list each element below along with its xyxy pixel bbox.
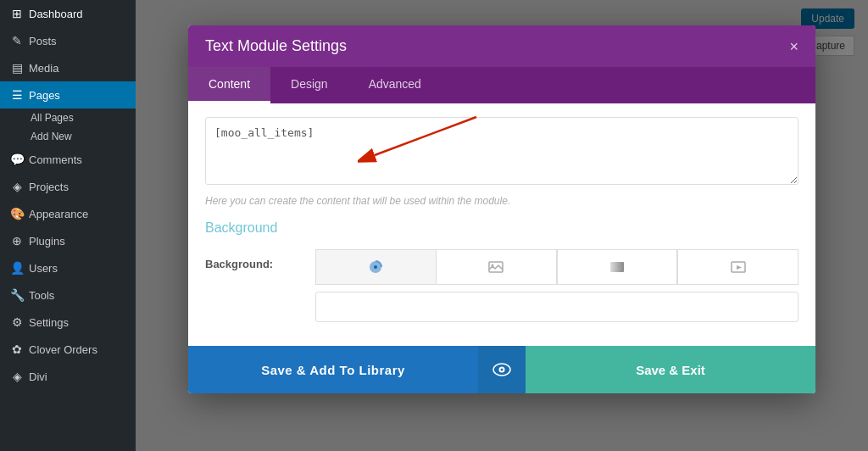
sidebar-item-divi[interactable]: ◈ Divi bbox=[0, 363, 136, 390]
comments-icon: 💬 bbox=[10, 153, 24, 166]
save-add-to-library-button[interactable]: Save & Add To Library bbox=[188, 346, 478, 393]
pages-icon: ☰ bbox=[10, 88, 24, 102]
tab-advanced[interactable]: Advanced bbox=[348, 67, 442, 103]
background-section-title: Background bbox=[205, 220, 798, 236]
sidebar-item-label: Comments bbox=[29, 153, 82, 166]
settings-icon: ⚙ bbox=[10, 315, 24, 329]
sidebar-item-users[interactable]: 👤 Users bbox=[0, 254, 136, 281]
video-icon bbox=[730, 259, 747, 276]
content-textarea-container: [moo_all_items] bbox=[205, 117, 798, 188]
sidebar-item-dashboard[interactable]: ⊞ Dashboard bbox=[0, 0, 136, 27]
sidebar-item-media[interactable]: ▤ Media bbox=[0, 54, 136, 81]
sidebar-item-label: Dashboard bbox=[29, 8, 83, 20]
clover-icon: ✿ bbox=[10, 342, 24, 356]
background-form-row: Background: bbox=[205, 249, 798, 322]
bg-type-color-button[interactable] bbox=[315, 249, 436, 285]
bg-type-image-button[interactable] bbox=[436, 249, 557, 285]
sidebar-item-projects[interactable]: ◈ Projects bbox=[0, 173, 136, 200]
sidebar-item-label: Tools bbox=[29, 289, 54, 302]
background-label: Background: bbox=[205, 249, 315, 270]
appearance-icon: 🎨 bbox=[10, 207, 24, 220]
media-icon: ▤ bbox=[10, 61, 24, 75]
sidebar-item-label: Settings bbox=[29, 316, 69, 329]
sidebar-item-label: Plugins bbox=[29, 235, 65, 248]
sidebar-item-tools[interactable]: 🔧 Tools bbox=[0, 281, 136, 309]
bg-type-video-button[interactable] bbox=[677, 249, 798, 285]
sidebar-item-clover-orders[interactable]: ✿ Clover Orders bbox=[0, 336, 136, 363]
background-type-buttons bbox=[315, 249, 798, 285]
projects-icon: ◈ bbox=[10, 180, 24, 193]
dashboard-icon: ⊞ bbox=[10, 7, 24, 20]
modal-tabs: Content Design Advanced bbox=[188, 67, 815, 103]
modal-overlay: Text Module Settings × Content Design Ad… bbox=[136, 0, 868, 451]
text-module-settings-modal: Text Module Settings × Content Design Ad… bbox=[188, 25, 815, 393]
eye-icon bbox=[492, 363, 511, 376]
svg-marker-8 bbox=[737, 265, 742, 270]
background-color-input[interactable] bbox=[315, 292, 798, 322]
modal-close-button[interactable]: × bbox=[789, 39, 798, 54]
modal-footer: Save & Add To Library Save & Exit bbox=[188, 346, 815, 393]
svg-point-11 bbox=[501, 369, 504, 371]
sidebar-item-label: Pages bbox=[29, 89, 60, 102]
sidebar-item-label: Media bbox=[29, 62, 58, 75]
content-help-text: Here you can create the content that wil… bbox=[205, 195, 798, 207]
sidebar-item-label: Appearance bbox=[29, 208, 88, 220]
bg-type-gradient-button[interactable] bbox=[557, 249, 678, 285]
sidebar-item-posts[interactable]: ✎ Posts bbox=[0, 27, 136, 54]
modal-title: Text Module Settings bbox=[205, 37, 347, 55]
sidebar-all-pages[interactable]: All Pages bbox=[24, 109, 136, 127]
sidebar-item-pages[interactable]: ☰ Pages bbox=[0, 81, 136, 109]
sidebar-item-label: Posts bbox=[29, 35, 57, 47]
sidebar-item-settings[interactable]: ⚙ Settings bbox=[0, 309, 136, 336]
color-swatch-icon bbox=[367, 259, 384, 276]
sidebar-item-label: Divi bbox=[29, 370, 47, 383]
svg-rect-6 bbox=[610, 262, 624, 272]
modal-body: [moo_all_items] Here you can create the … bbox=[188, 103, 815, 346]
posts-icon: ✎ bbox=[10, 34, 24, 47]
sidebar-item-comments[interactable]: 💬 Comments bbox=[0, 146, 136, 173]
add-new-label: Add New bbox=[31, 131, 72, 142]
all-pages-label: All Pages bbox=[31, 112, 74, 124]
sidebar-add-new[interactable]: Add New bbox=[24, 127, 136, 146]
sidebar-item-label: Users bbox=[29, 262, 58, 275]
tab-design[interactable]: Design bbox=[270, 67, 348, 103]
plugins-icon: ⊕ bbox=[10, 234, 24, 248]
content-textarea[interactable]: [moo_all_items] bbox=[205, 117, 798, 185]
sidebar-item-appearance[interactable]: 🎨 Appearance bbox=[0, 200, 136, 227]
tab-content[interactable]: Content bbox=[188, 67, 270, 103]
users-icon: 👤 bbox=[10, 261, 24, 275]
wp-admin-background: ⊞ Dashboard ✎ Posts ▤ Media ☰ Pages All … bbox=[0, 0, 868, 451]
eye-preview-button[interactable] bbox=[478, 346, 526, 393]
image-icon bbox=[487, 259, 504, 276]
svg-point-5 bbox=[492, 264, 494, 267]
sidebar-item-plugins[interactable]: ⊕ Plugins bbox=[0, 227, 136, 254]
save-exit-button[interactable]: Save & Exit bbox=[526, 346, 815, 393]
sidebar-item-label: Clover Orders bbox=[29, 343, 97, 356]
main-content: Update More Capture Text Module Settings… bbox=[136, 0, 868, 451]
modal-header: Text Module Settings × bbox=[188, 25, 815, 67]
gradient-icon bbox=[609, 259, 626, 276]
background-control bbox=[315, 249, 798, 322]
divi-icon: ◈ bbox=[10, 370, 24, 383]
sidebar: ⊞ Dashboard ✎ Posts ▤ Media ☰ Pages All … bbox=[0, 0, 136, 451]
sidebar-item-label: Projects bbox=[29, 181, 69, 193]
tools-icon: 🔧 bbox=[10, 288, 24, 302]
pages-submenu: All Pages Add New bbox=[0, 109, 136, 146]
svg-point-3 bbox=[374, 265, 377, 269]
